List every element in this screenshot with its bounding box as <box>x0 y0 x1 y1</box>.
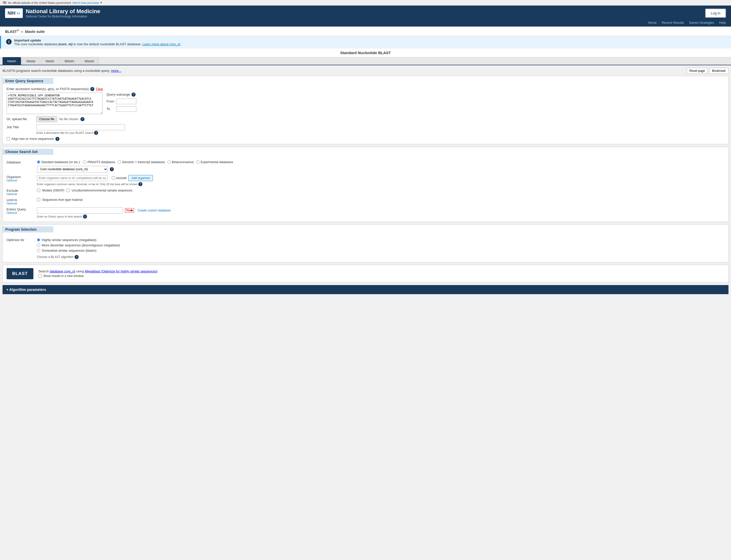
optimize-radio-discontiguous[interactable] <box>37 244 40 247</box>
add-organism-button[interactable]: Add organism <box>128 175 153 181</box>
exclude-checkbox[interactable] <box>112 176 115 180</box>
entrez-input[interactable] <box>37 207 123 213</box>
new-window-label: Show results in a new window <box>43 274 84 278</box>
to-label: To <box>106 107 114 111</box>
exclude-optional: Optional <box>7 192 34 196</box>
nih-label: NIH <box>8 11 15 16</box>
query-help-icon[interactable]: ? <box>90 87 94 91</box>
organism-controls: exclude Add organism Enter organism comm… <box>37 175 153 186</box>
db-label-rrna: rRNA/ITS databases <box>87 160 115 164</box>
breadcrumb: BLAST® » blastn suite <box>0 27 731 36</box>
db-select[interactable]: Core nucleotide database (core_nt) <box>37 166 108 173</box>
clear-link[interactable]: Clear <box>96 87 103 91</box>
subrange-help-icon[interactable]: ? <box>132 93 136 97</box>
nav-bar: Home Recent Results Saved Strategies Hel… <box>0 21 731 27</box>
flag-icon: 🇺🇸 <box>3 1 7 4</box>
job-title-help-icon[interactable]: ? <box>94 131 98 135</box>
nih-arrow-icon: ›› <box>16 10 20 16</box>
main-content: BLASTN programs search nucleotide databa… <box>0 65 731 297</box>
info-learn-more-link[interactable]: Learn more about core_nt <box>142 42 180 46</box>
uncultured-checkbox[interactable] <box>66 189 70 192</box>
blast-description-block: Search database core_nt using Megablast … <box>38 269 158 278</box>
tab-tblastx[interactable]: tblastx <box>80 57 99 65</box>
sequences-label: Sequences from type material <box>42 198 82 202</box>
youtube-icon: You▶ <box>125 208 134 212</box>
job-title-input[interactable] <box>36 124 125 130</box>
limit-optional: Optional <box>7 202 34 205</box>
db-radio-experimental[interactable] <box>196 160 200 164</box>
heres-how-link[interactable]: Here's how you know <box>73 1 99 4</box>
algo-hint-help-icon[interactable]: ? <box>75 255 79 259</box>
algo-params-bar[interactable]: + Algorithm parameters <box>3 285 728 294</box>
sequences-checkbox[interactable] <box>37 198 40 201</box>
new-window-row: Show results in a new window <box>38 274 158 278</box>
align-help-icon[interactable]: ? <box>55 137 59 141</box>
tab-tblastn[interactable]: tblastn <box>60 57 79 65</box>
nav-saved-strategies[interactable]: Saved Strategies <box>689 21 714 25</box>
upload-help-icon[interactable]: ? <box>80 117 84 121</box>
query-textarea[interactable]: >TETR_REPRESSIBLE_GFP_GENERATOR GAATTCGC… <box>7 93 103 114</box>
entrez-optional: Optional <box>7 211 34 214</box>
tab-blastx[interactable]: blastx <box>41 57 59 65</box>
organism-hint-help-icon[interactable]: ? <box>138 182 142 186</box>
blast-desc-mid: using <box>76 269 85 273</box>
tab-blastn[interactable]: blastn <box>3 57 21 65</box>
to-input[interactable] <box>116 106 136 112</box>
choose-file-button[interactable]: Choose file <box>36 116 57 122</box>
uncultured-label: Uncultured/environmental sample sequence… <box>72 189 132 192</box>
program-section: Program Selection Optimize for Highly si… <box>3 224 728 262</box>
optimize-radio-blastn[interactable] <box>37 249 40 252</box>
new-window-checkbox[interactable] <box>38 274 42 278</box>
entrez-label: Entrez Query <box>7 207 26 211</box>
info-text-before: The core nucleotide database <box>14 42 58 46</box>
db-option-experimental: Experimental databases <box>196 160 233 164</box>
entrez-hint: Enter an Entrez query to limit search ? <box>37 214 171 219</box>
entrez-hint-help-icon[interactable]: ? <box>83 214 87 219</box>
db-label-experimental: Experimental databases <box>201 160 233 164</box>
db-select-help-icon[interactable]: ? <box>110 167 114 171</box>
login-button[interactable]: Log in <box>705 9 726 18</box>
blast-info-more-link[interactable]: more... <box>111 69 121 73</box>
blast-db-link[interactable]: database core_nt <box>50 269 75 273</box>
job-title-hint: Enter a descriptive title for your BLAST… <box>36 131 724 135</box>
from-row: From <box>106 99 136 104</box>
align-checkbox[interactable] <box>7 137 10 140</box>
entrez-label-block: Entrez Query Optional <box>7 207 34 214</box>
no-file-text: No file chosen <box>59 117 78 121</box>
limit-label: Limit to <box>7 198 17 202</box>
db-radio-rrna[interactable] <box>83 160 86 164</box>
organism-input[interactable] <box>37 175 108 181</box>
create-custom-db-link[interactable]: Create custom database <box>138 209 171 212</box>
organism-form-row: Organism Optional exclude Add organism E… <box>7 175 724 186</box>
optimize-options: Highly similar sequences (megablast) Mor… <box>37 238 120 259</box>
query-sequence-label: Enter accession number(s), gi(s), or FAS… <box>7 87 724 91</box>
db-radio-betacorona[interactable] <box>167 160 171 164</box>
exclude-check-row: exclude <box>112 176 126 180</box>
bookmark-button[interactable]: Bookmark <box>709 68 728 74</box>
models-checkbox[interactable] <box>37 189 40 192</box>
nav-recent-results[interactable]: Recent Results <box>662 21 684 25</box>
subrange-label: Query subrange <box>106 93 130 96</box>
gov-banner: 🇺🇸 An official website of the United Sta… <box>0 0 731 6</box>
info-icon: i <box>6 39 12 45</box>
nih-sub-title: National Center for Biotechnology Inform… <box>26 15 100 18</box>
blast-info-buttons: Reset page Bookmark <box>687 68 728 74</box>
nav-home[interactable]: Home <box>648 21 657 25</box>
nih-main-title: National Library of Medicine <box>26 8 100 15</box>
limit-row: Sequences from type material <box>37 198 82 202</box>
tab-blastp[interactable]: blastp <box>22 57 40 65</box>
db-radio-standard[interactable] <box>37 160 40 164</box>
db-radio-genomic[interactable] <box>118 160 121 164</box>
reset-page-button[interactable]: Reset page <box>687 68 708 74</box>
optimize-blastn-label: Somewhat similar sequences (blastn) <box>42 249 96 252</box>
upload-label: Or, upload file <box>7 117 34 121</box>
from-input[interactable] <box>116 99 136 104</box>
blast-button[interactable]: BLAST <box>7 268 33 279</box>
nav-help[interactable]: Help <box>719 21 726 25</box>
info-text-after: is now the default nucleotide BLAST data… <box>73 42 141 46</box>
blast-algo-link[interactable]: Megablast (Optimize for highly similar s… <box>85 269 158 273</box>
blast-info-text: BLASTN programs search nucleotide databa… <box>3 69 121 73</box>
optimize-radio-megablast[interactable] <box>37 238 40 242</box>
organism-label-block: Organism Optional <box>7 175 34 182</box>
query-section: Enter Query Sequence Enter accession num… <box>3 76 728 144</box>
